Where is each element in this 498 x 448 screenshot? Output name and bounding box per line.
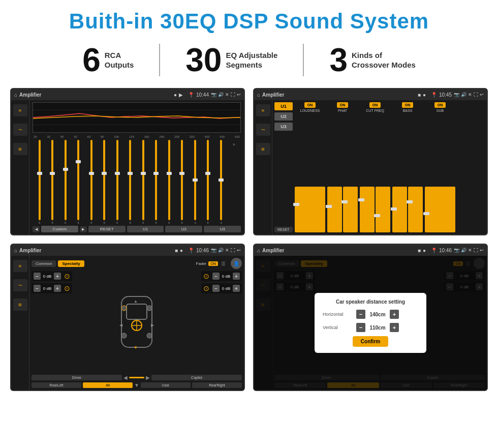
fader-db-control-2: − 0 dB + ⊙ [32,283,72,293]
eq-sliders: 0 0 0 5 0 [33,140,241,224]
play-icon[interactable]: ▶ [179,92,183,98]
screen-dialog: ⌂ Amplifier ■ ● 📍 10:46 📷 🔊 ✕ ⛶ ↩ ≋ 〜 ⊞ [253,244,488,391]
cutfreq-on-btn[interactable]: ON [369,102,381,108]
stat-rca-label: RCAOutputs [105,50,134,70]
fader-user-btn[interactable]: User [141,382,191,388]
horizontal-plus-btn[interactable]: + [390,310,399,319]
db-plus-4[interactable]: + [233,285,240,292]
eq-next-btn[interactable]: ▶ [80,226,87,232]
fader-tabs: Common Specialty Fader ON ||| 👤 [32,258,242,269]
horizontal-minus-btn[interactable]: − [356,310,365,319]
vertical-value: 110cm [367,325,388,331]
xover-ch-loudness: ON LOUDNESS [295,102,325,232]
svg-point-10 [121,333,127,338]
location-icon: 📍 [188,92,194,98]
xover-u2-btn[interactable]: U2 [274,112,293,121]
fader-rearleft-btn[interactable]: RearLeft [32,382,81,388]
fader-label: Fader [196,261,207,266]
eq-sidebar-btn1[interactable]: ≋ [13,104,27,116]
back-icon[interactable]: ↩ [237,92,241,97]
svg-point-8 [121,306,127,311]
camera-icon[interactable]: 📷 [211,92,216,97]
db-minus-4[interactable]: − [212,285,220,292]
fader-tab-common[interactable]: Common [32,260,56,267]
xover-reset-btn[interactable]: RESET [274,227,293,232]
speaker-icon-2: ⊙ [64,284,70,292]
eq-custom-btn[interactable]: Custom [41,226,78,232]
eq-title: Amplifier [19,92,172,98]
svg-text:▼: ▼ [134,345,138,350]
eq-freq-labels: 25 32 40 50 63 80 100 125 160 200 250 32… [33,135,241,139]
fader-bottom-row: Driver ◀ ▶ Copilot [32,375,242,380]
horizontal-label: Horizontal [323,312,353,317]
fader-sidebar: ≋ 〜 ⊞ [11,256,29,390]
fader-sliders-icon: ||| [220,261,227,266]
xover-title: Amplifier [262,92,416,98]
xover-ch-phat: ON PHAT [327,102,358,232]
db-value-4: 0 dB [221,286,232,291]
db-plus-3[interactable]: + [233,273,240,280]
loudness-on-btn[interactable]: ON [304,102,316,108]
vertical-minus-btn[interactable]: − [356,323,365,332]
volume-icon[interactable]: 🔊 [218,92,224,97]
xover-content: ≋ 〜 ⊞ U1 U2 U3 RESET ON LOUDNESS [254,100,487,234]
vertical-plus-btn[interactable]: + [390,323,399,332]
dialog-overlay: Car speaker distance setting Horizontal … [254,256,487,390]
fader-db-control-3: ⊙ − 0 dB + [201,271,242,281]
dialog-topbar: ⌂ Amplifier ■ ● 📍 10:46 📷 🔊 ✕ ⛶ ↩ [254,245,487,256]
db-minus-3[interactable]: − [212,273,220,280]
home-icon[interactable]: ⌂ [14,92,17,98]
db-plus-2[interactable]: + [54,285,61,292]
db-value-3: 0 dB [221,274,232,279]
speaker-distance-dialog: Car speaker distance setting Horizontal … [315,293,426,353]
phat-on-btn[interactable]: ON [337,102,349,108]
vertical-label: Vertical [323,325,353,330]
fader-driver-btn[interactable]: Driver [32,375,122,380]
db-minus-1[interactable]: − [34,273,41,280]
xover-sidebar-btn2[interactable]: 〜 [256,124,270,136]
fader-sidebar-btn2[interactable]: 〜 [13,279,27,291]
eq-u2-btn[interactable]: U2 [165,226,202,232]
fader-copilot-btn[interactable]: Copilot [151,375,242,380]
sub-on-btn[interactable]: ON [434,102,446,108]
svg-point-9 [147,306,152,311]
expand-icon[interactable]: ⛶ [231,92,235,97]
xover-u1-btn[interactable]: U1 [274,102,293,110]
eq-sidebar-btn3[interactable]: ⊞ [13,143,27,155]
horizontal-row: Horizontal − 140cm + [323,310,418,319]
fader-sidebar-btn3[interactable]: ⊞ [13,298,27,311]
db-minus-2[interactable]: − [34,285,41,292]
xover-sidebar-btn3[interactable]: ⊞ [256,143,270,155]
bass-on-btn[interactable]: ON [402,102,414,108]
fader-controls: − 0 dB + ⊙ − 0 dB + ⊙ [32,271,242,373]
fader-sidebar-btn1[interactable]: ≋ [13,260,27,272]
fader-main: Common Specialty Fader ON ||| 👤 − [29,256,244,390]
fader-tab-specialty[interactable]: Specialty [58,260,84,267]
xover-sidebar-btn1[interactable]: ≋ [256,104,270,116]
stat-crossover-label: Kinds ofCrossover Modes [352,50,416,70]
xover-topbar: ⌂ Amplifier ■ ● 📍 10:45 📷 🔊 ✕ ⛶ ↩ [254,89,487,100]
eq-controls: 📷 🔊 ✕ ⛶ ↩ [211,92,241,97]
speaker-icon-4: ⊙ [203,284,209,292]
eq-time: 10:44 [196,92,209,98]
db-value-1: 0 dB [42,274,53,279]
stat-crossover: 3 Kinds ofCrossover Modes [304,44,441,76]
eq-u1-btn[interactable]: U1 [127,226,164,232]
db-value-2: 0 dB [42,286,53,291]
close-icon[interactable]: ✕ [225,92,229,97]
dot-icon: ● [174,92,177,98]
xover-u3-btn[interactable]: U3 [274,123,293,131]
xover-home-icon[interactable]: ⌂ [257,92,260,98]
confirm-button[interactable]: Confirm [353,336,388,347]
fader-all-btn[interactable]: All [83,382,133,388]
eq-prev-btn[interactable]: ◀ [33,226,40,232]
db-plus-1[interactable]: + [54,273,61,280]
eq-u3-btn[interactable]: U3 [204,226,241,232]
fader-progress [129,377,144,378]
fader-home-icon[interactable]: ⌂ [14,248,17,253]
eq-sidebar-btn2[interactable]: 〜 [13,124,27,136]
fader-rearright-btn[interactable]: RearRight [192,382,242,388]
svg-text:▶: ▶ [151,323,154,327]
eq-reset-btn[interactable]: RESET [88,226,126,232]
dialog-home-icon[interactable]: ⌂ [257,248,260,253]
